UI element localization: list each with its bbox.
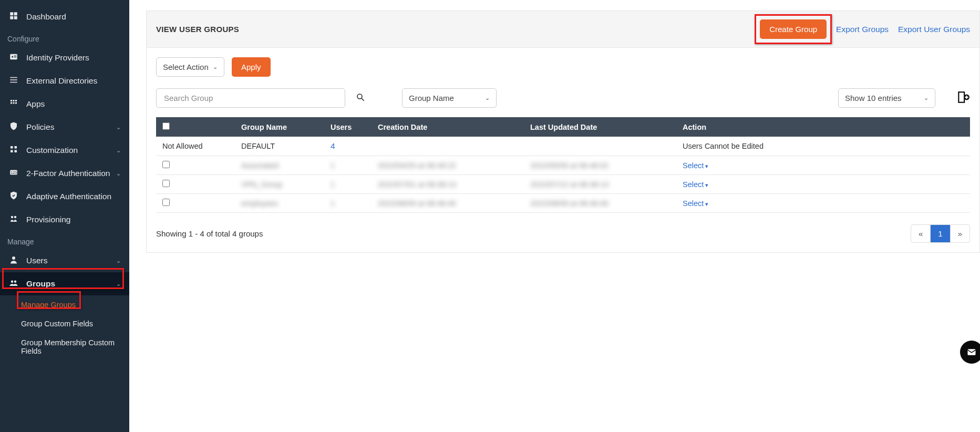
select-all-checkbox[interactable] — [162, 122, 170, 130]
nav-group-custom-fields[interactable]: Group Custom Fields — [0, 314, 129, 333]
paginator: « 1 » — [911, 224, 970, 243]
cell-action: Users Cannot be Edited — [676, 137, 970, 156]
svg-rect-11 — [11, 100, 12, 101]
nav-apps[interactable]: Apps — [0, 92, 129, 116]
svg-rect-8 — [10, 77, 17, 78]
table-row: Not AllowedDEFAULT4Users Cannot be Edite… — [156, 137, 970, 156]
svg-point-26 — [11, 281, 14, 283]
section-manage: Manage — [0, 231, 129, 249]
nav-dashboard[interactable]: Dashboard — [0, 5, 129, 28]
cell-group-name: employees — [235, 194, 324, 213]
row-checkbox[interactable] — [162, 161, 170, 168]
col-users: Users — [324, 117, 372, 137]
groups-table: Group Name Users Creation Date Last Upda… — [156, 117, 970, 213]
chevron-down-icon: ⌄ — [213, 64, 218, 70]
nav-provisioning[interactable]: Provisioning — [0, 208, 129, 231]
select-action-dropdown[interactable]: Select Action ⌄ — [156, 57, 224, 77]
row-select-dropdown[interactable]: Select — [683, 161, 708, 170]
palette-icon — [8, 145, 19, 156]
cell-creation-date — [372, 137, 524, 156]
panel-body: Select Action ⌄ Apply Group Name ⌄ Show … — [147, 48, 979, 252]
apply-button[interactable]: Apply — [232, 57, 271, 77]
chevron-down-icon: ⌄ — [116, 281, 121, 287]
page-next[interactable]: » — [951, 225, 969, 242]
nav-manage-groups[interactable]: Manage Groups — [0, 295, 129, 314]
users-count-link[interactable]: 4 — [331, 141, 335, 150]
export-groups-link[interactable]: Export Groups — [836, 25, 889, 34]
page-size-label: Show 10 entries — [845, 94, 902, 102]
cell-users: 1 — [324, 175, 372, 194]
export-user-groups-link[interactable]: Export User Groups — [898, 25, 970, 34]
header-actions: Create Group Export Groups Export User G… — [760, 19, 970, 39]
cell-creation-date: 2022/07/01 at 08:38:13 — [372, 175, 524, 194]
table-head: Group Name Users Creation Date Last Upda… — [156, 117, 970, 137]
cell-users: 1 — [324, 156, 372, 175]
chat-bubble[interactable] — [960, 341, 980, 364]
svg-rect-7 — [14, 57, 17, 57]
main-content: VIEW USER GROUPS Create Group Export Gro… — [129, 0, 980, 432]
row-checkbox[interactable] — [162, 180, 170, 187]
row-checkbox-disabled: Not Allowed — [156, 137, 235, 156]
row-checkbox[interactable] — [162, 199, 170, 206]
nav-users-label: Users — [26, 256, 47, 265]
nav-customization-label: Customization — [26, 146, 78, 155]
showing-text: Showing 1 - 4 of total 4 groups — [156, 229, 263, 238]
list-icon — [8, 75, 19, 87]
table-row: VPN_Group12022/07/01 at 08:38:132022/07/… — [156, 175, 970, 194]
table-footer: Showing 1 - 4 of total 4 groups « 1 » — [156, 224, 970, 243]
page-size-dropdown[interactable]: Show 10 entries ⌄ — [838, 88, 935, 108]
nav-policies[interactable]: Policies ⌄ — [0, 116, 129, 139]
cell-action: Select — [676, 156, 970, 175]
row-select-dropdown[interactable]: Select — [683, 180, 708, 189]
nav-adaptive[interactable]: Adaptive Authentication — [0, 185, 129, 208]
nav-idp-label: Identity Providers — [26, 53, 89, 63]
cell-updated-date: 2022/08/09 at 08:46:40 — [524, 194, 676, 213]
cell-group-name: VPN_Group — [235, 175, 324, 194]
table-body: Not AllowedDEFAULT4Users Cannot be Edite… — [156, 137, 970, 213]
panel-header: VIEW USER GROUPS Create Group Export Gro… — [147, 11, 979, 48]
col-creation: Creation Date — [372, 117, 524, 137]
user-icon — [8, 255, 19, 266]
svg-point-23 — [11, 216, 14, 219]
nav-customization[interactable]: Customization ⌄ — [0, 139, 129, 162]
nav-users[interactable]: Users ⌄ — [0, 249, 129, 272]
search-group-input[interactable] — [156, 88, 345, 108]
nav-provisioning-label: Provisioning — [26, 215, 70, 224]
section-configure: Configure — [0, 28, 129, 46]
svg-rect-2 — [10, 16, 13, 19]
svg-rect-20 — [15, 150, 17, 153]
nav-ext-dirs[interactable]: External Directories — [0, 69, 129, 92]
row-select-dropdown[interactable]: Select — [683, 199, 708, 208]
svg-rect-10 — [10, 82, 17, 83]
nav-groups[interactable]: Groups ⌄ — [0, 272, 129, 295]
cell-creation-date: 2022/08/09 at 08:46:40 — [372, 194, 524, 213]
cell-users: 4 — [324, 137, 372, 156]
chevron-down-icon: ⌄ — [116, 124, 121, 131]
svg-rect-17 — [11, 146, 13, 149]
provisioning-icon — [8, 214, 19, 225]
svg-rect-19 — [11, 150, 13, 153]
cell-creation-date: 2022/04/25 at 06:49:22 — [372, 156, 524, 175]
col-group-name: Group Name — [235, 117, 324, 137]
svg-point-24 — [14, 216, 17, 219]
nav-apps-label: Apps — [26, 99, 45, 109]
col-action: Action — [676, 117, 970, 137]
dashboard-icon — [8, 11, 19, 23]
page-prev[interactable]: « — [911, 225, 931, 242]
nav-idp[interactable]: Identity Providers — [0, 46, 129, 69]
add-column-icon[interactable] — [956, 90, 970, 106]
page-1[interactable]: 1 — [931, 225, 950, 242]
search-icon[interactable] — [356, 92, 365, 104]
svg-rect-14 — [11, 102, 12, 104]
mail-icon — [966, 347, 977, 357]
sidebar: Dashboard Configure Identity Providers E… — [0, 0, 129, 432]
table-row: employees12022/08/09 at 08:46:402022/08/… — [156, 194, 970, 213]
cell-action: Select — [676, 175, 970, 194]
nav-group-membership-custom-fields[interactable]: Group Membership Custom Fields — [0, 333, 129, 361]
filter-field-dropdown[interactable]: Group Name ⌄ — [402, 88, 497, 108]
svg-text:123: 123 — [11, 171, 17, 174]
create-group-button[interactable]: Create Group — [760, 19, 827, 39]
svg-point-28 — [357, 94, 362, 99]
nav-mfa[interactable]: 123 2-Factor Authentication ⌄ — [0, 162, 129, 185]
nav-adaptive-label: Adaptive Authentication — [26, 192, 111, 201]
